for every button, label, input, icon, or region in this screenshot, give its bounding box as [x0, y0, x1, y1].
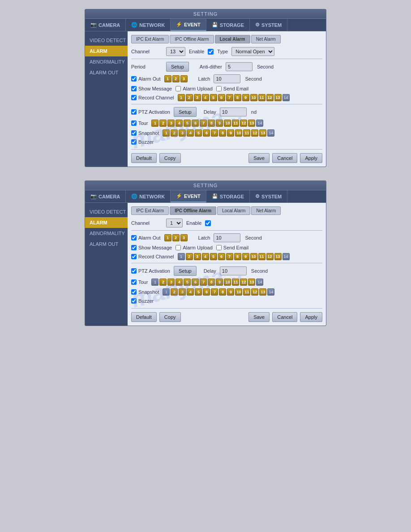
enable-checkbox-2[interactable] — [205, 220, 211, 226]
message-row-2: Show Message Alarm Upload Send Email — [131, 245, 322, 250]
enable-checkbox-1[interactable] — [208, 49, 214, 55]
alarm-out-checkbox-1[interactable] — [131, 76, 137, 82]
alarm-tab-net-1[interactable]: Net Alarm — [251, 35, 281, 43]
tab-network-2[interactable]: 🌐 NETWORK — [126, 190, 171, 202]
default-btn-1[interactable]: Default — [131, 153, 157, 163]
panel-title-2: SETTING — [85, 181, 326, 190]
tab-network-1[interactable]: 🌐 NETWORK — [126, 19, 171, 31]
cancel-btn-2[interactable]: Cancel — [272, 312, 297, 322]
alarm-upload-checkbox-2[interactable] — [176, 245, 181, 250]
sidebar-item-alarm-1[interactable]: ALARM — [85, 46, 128, 56]
buzzer-checkbox-row-2: Buzzer — [131, 298, 154, 304]
second-label-1b: Second — [245, 76, 261, 82]
snapshot-channels-1: 1 2 3 4 5 6 7 8 9 10 11 12 13 14 — [163, 129, 274, 137]
alarm-tab-local-2[interactable]: Local Alarm — [217, 206, 250, 215]
alarm-tab-ipc-ext-2[interactable]: IPC Ext Alarm — [131, 206, 169, 215]
ptz-row-1: PTZ Activation Setup Delay nd — [131, 107, 322, 117]
second-label-1a: Second — [257, 64, 274, 69]
snapshot-checkbox-1[interactable] — [131, 130, 137, 136]
tab-bar-2: 📷 CAMERA 🌐 NETWORK ⚡ EVENT 💾 STORAGE ⚙ S… — [85, 190, 326, 203]
tab-storage-1[interactable]: 💾 STORAGE — [206, 19, 250, 31]
show-message-checkbox-2[interactable] — [131, 245, 137, 250]
send-email-checkbox-2[interactable] — [216, 245, 222, 250]
save-btn-1[interactable]: Save — [248, 153, 270, 163]
send-email-checkbox-1[interactable] — [216, 86, 222, 91]
ptz-activation-checkbox-2[interactable] — [131, 268, 137, 274]
sidebar-item-abnormality-2[interactable]: ABNORMALITY — [85, 228, 128, 239]
ptz-activation-checkbox-row-2: PTZ Activation — [131, 268, 170, 274]
default-btn-2[interactable]: Default — [131, 312, 157, 322]
sidebar-item-alarm-out-2[interactable]: ALARM OUT — [85, 239, 128, 249]
buzzer-checkbox-row-1: Buzzer — [131, 139, 154, 145]
alarm-tab-net-2[interactable]: Net Alarm — [251, 206, 281, 215]
tour-checkbox-2[interactable] — [131, 279, 137, 285]
divider-2a — [131, 230, 322, 231]
alarm-tab-local-1[interactable]: Local Alarm — [215, 35, 250, 43]
alarm-out-checkbox-2[interactable] — [131, 235, 137, 240]
latch-input-1[interactable] — [214, 74, 240, 83]
system-icon-1: ⚙ — [255, 22, 260, 28]
sidebar-item-alarm-2[interactable]: ALARM — [85, 217, 128, 228]
delay-label-1: Delay — [204, 109, 216, 115]
buzzer-checkbox-1[interactable] — [131, 139, 137, 145]
content-area-1: IPC Ext Alarm IPC Offline Alarm Local Al… — [128, 31, 326, 167]
buzzer-row-2: Buzzer — [131, 298, 322, 304]
channel-select-1[interactable]: 13 — [166, 47, 185, 56]
alarm-upload-checkbox-1[interactable] — [176, 86, 181, 91]
footer-row-1: Default Copy Save Cancel Apply — [131, 149, 322, 163]
apply-btn-1[interactable]: Apply — [300, 153, 322, 163]
latch-input-2[interactable] — [214, 233, 240, 242]
tab-event-2[interactable]: ⚡ EVENT — [171, 190, 206, 202]
sidebar-item-video-detect-2[interactable]: VIDEO DETECT — [85, 206, 128, 217]
alarm-tab-ipc-offline-2[interactable]: IPC Offline Alarm — [170, 206, 216, 215]
delay-input-1[interactable] — [220, 107, 247, 116]
sidebar-2: VIDEO DETECT ALARM ABNORMALITY ALARM OUT — [85, 203, 128, 326]
copy-btn-2[interactable]: Copy — [159, 312, 181, 322]
system-icon-2: ⚙ — [255, 193, 260, 199]
tour-checkbox-1[interactable] — [131, 120, 137, 126]
send-email-row-1: Send Email — [216, 86, 248, 91]
tab-storage-2[interactable]: 💾 STORAGE — [206, 190, 250, 202]
tab-system-2[interactable]: ⚙ SYSTEM — [250, 190, 287, 202]
ptz-setup-btn-1[interactable]: Setup — [174, 107, 197, 117]
cancel-btn-1[interactable]: Cancel — [272, 153, 297, 163]
type-select-1[interactable]: Normal Open — [231, 47, 274, 56]
alarm-upload-row-2: Alarm Upload — [176, 245, 213, 250]
footer-row-2: Default Copy Save Cancel Apply — [131, 308, 322, 322]
tab-camera-1[interactable]: 📷 CAMERA — [85, 19, 126, 31]
channel-select-2[interactable]: 1 — [166, 219, 183, 227]
sidebar-item-video-detect-1[interactable]: VIDEO DETECT — [85, 35, 128, 46]
content-area-2: IPC Ext Alarm IPC Offline Alarm Local Al… — [128, 203, 326, 326]
sidebar-item-alarm-out-1[interactable]: ALARM OUT — [85, 67, 128, 78]
alarm-upload-row-1: Alarm Upload — [176, 86, 213, 91]
delay-input-2[interactable] — [220, 266, 247, 275]
record-channel-checkbox-2[interactable] — [131, 254, 137, 259]
apply-btn-2[interactable]: Apply — [300, 312, 322, 322]
divider-2b — [131, 263, 322, 263]
buzzer-checkbox-2[interactable] — [131, 298, 137, 304]
ch-num-1: 1 — [164, 75, 171, 82]
panel-body-1: VIDEO DETECT ALARM ABNORMALITY ALARM OUT… — [85, 31, 326, 167]
save-btn-2[interactable]: Save — [248, 312, 270, 322]
snapshot-checkbox-row-2: Snapshot — [131, 289, 159, 295]
sidebar-item-abnormality-1[interactable]: ABNORMALITY — [85, 56, 128, 67]
tab-system-1[interactable]: ⚙ SYSTEM — [250, 19, 287, 31]
show-message-checkbox-1[interactable] — [131, 86, 137, 91]
snapshot-checkbox-2[interactable] — [131, 289, 137, 295]
ptz-activation-checkbox-1[interactable] — [131, 109, 137, 115]
ptz-setup-btn-2[interactable]: Setup — [174, 266, 197, 276]
alarm-tab-ipc-offline-1[interactable]: IPC Offline Alarm — [170, 35, 214, 43]
copy-btn-1[interactable]: Copy — [159, 153, 181, 163]
camera-icon-1: 📷 — [90, 22, 97, 28]
type-label-1: Type — [217, 49, 228, 54]
tour-channels-2: 1 2 3 4 5 6 7 8 9 10 11 12 13 14 — [151, 279, 263, 286]
tab-camera-2[interactable]: 📷 CAMERA — [85, 190, 126, 202]
anti-dither-input-1[interactable] — [226, 62, 253, 71]
record-channel-checkbox-row-2: Record Channel — [131, 254, 174, 259]
tab-event-1[interactable]: ⚡ EVENT — [171, 19, 206, 31]
setup-btn-period-1[interactable]: Setup — [166, 62, 189, 72]
setting-panel-1: SETTING 📷 CAMERA 🌐 NETWORK ⚡ EVENT 💾 STO… — [85, 9, 326, 167]
record-channel-checkbox-1[interactable] — [131, 95, 137, 100]
event-icon-1: ⚡ — [176, 21, 182, 27]
alarm-tab-ipc-ext-1[interactable]: IPC Ext Alarm — [131, 35, 169, 43]
